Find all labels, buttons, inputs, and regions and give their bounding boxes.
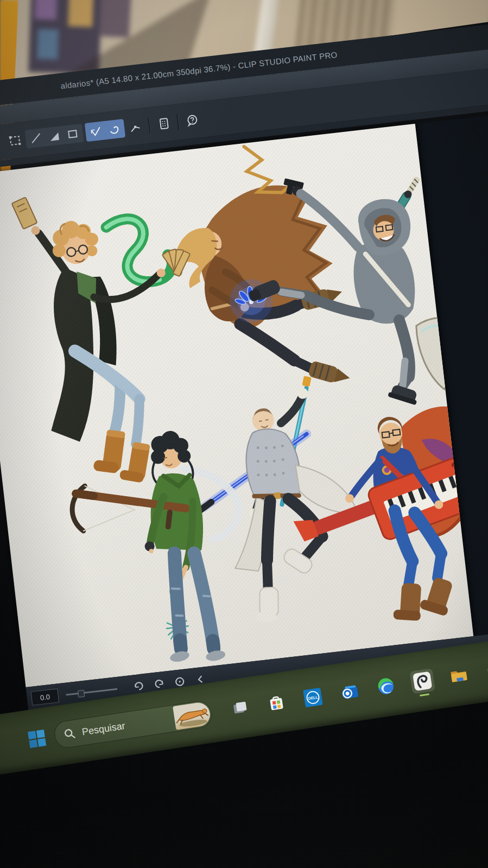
character-chainmail-knight [183,371,369,630]
file-explorer-icon[interactable] [446,663,472,689]
windows-logo-icon [27,728,48,750]
photo-of-laptop-screen: aldarios* (A5 14.80 x 21.00cm 350dpi 36.… [0,0,488,868]
straight-line-tool-icon[interactable] [27,129,45,147]
search-daily-image-cat[interactable] [173,701,212,730]
bezier-tool-icon[interactable] [126,118,144,136]
rectangle-tool-icon[interactable] [64,125,81,143]
character-hooded-gunslinger [231,125,467,423]
slider-knob[interactable] [78,689,85,697]
polyline-tool-icon[interactable] [87,122,105,140]
chrome-icon[interactable] [483,657,488,683]
character-crossbow-rogue [65,424,256,675]
drawing-canvas[interactable] [0,124,473,687]
character-cape-sorcerer [168,179,354,405]
dell-app-icon[interactable]: DELL [300,685,326,711]
character-bard-keytarist [282,402,473,634]
character-card-mage [11,179,216,494]
search-placeholder: Pesquisar [81,713,175,738]
clip-studio-paint-icon[interactable] [409,668,435,694]
marquee-select-tool-icon[interactable] [6,131,24,149]
microsoft-store-icon[interactable] [263,690,289,716]
task-view-icon[interactable] [227,695,253,721]
outlook-icon[interactable] [337,679,363,705]
undo-icon[interactable] [133,680,145,692]
toolbar-separator [176,115,180,130]
rotation-slider[interactable] [66,688,117,695]
toolbar-separator [148,118,151,133]
taskbar-search-input[interactable]: Pesquisar [53,699,213,750]
redo-icon[interactable] [153,678,165,690]
canvas-area: 0.0 [0,113,488,711]
edge-icon[interactable] [373,674,399,700]
search-icon [63,727,77,740]
active-tool-group [85,119,125,142]
character-artwork [0,124,473,687]
wall-photo-small [99,0,132,37]
continuous-curve-tool-icon[interactable] [105,121,123,138]
filled-polygon-tool-icon[interactable] [45,127,63,145]
windows-start-button[interactable] [26,727,49,750]
workspace-panel-icon[interactable] [155,115,173,132]
rotation-angle-field[interactable]: 0.0 [31,688,60,705]
reset-rotation-icon[interactable] [174,676,186,688]
figure-tool-group [24,124,84,149]
help-icon[interactable] [183,111,201,129]
